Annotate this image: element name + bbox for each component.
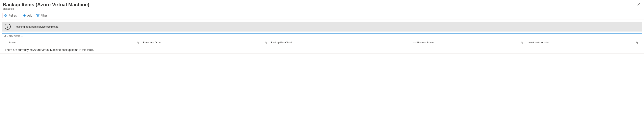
filter-button[interactable]: Filter (35, 13, 48, 18)
column-rg-label: Resource Group (143, 41, 162, 44)
sort-icon[interactable] (520, 41, 527, 44)
sort-icon[interactable] (136, 41, 143, 44)
column-last-status[interactable]: Last Backup Status (412, 41, 527, 44)
svg-marker-4 (36, 14, 39, 17)
column-latest-label: Latest restore point (527, 41, 549, 44)
column-pre-check[interactable]: Backup Pre-Check (271, 41, 412, 44)
svg-line-6 (6, 36, 6, 37)
funnel-icon (36, 14, 40, 17)
filter-items-input[interactable] (8, 34, 640, 37)
add-button[interactable]: Add (21, 13, 34, 18)
info-message: Fetching data from service completed. (15, 25, 59, 28)
filter-label: Filter (41, 14, 47, 17)
column-last-label: Last Backup Status (412, 41, 434, 44)
add-label: Add (27, 14, 32, 17)
sort-icon[interactable] (636, 41, 642, 44)
column-latest-point[interactable]: Latest restore point (527, 41, 642, 44)
info-icon: i (5, 24, 11, 30)
page-title: Backup Items (Azure Virtual Machine) (3, 2, 89, 8)
column-name-label: Name (9, 41, 16, 44)
column-precheck-label: Backup Pre-Check (271, 41, 293, 44)
refresh-button[interactable]: Refresh (2, 13, 20, 18)
refresh-label: Refresh (8, 14, 18, 17)
close-button[interactable] (637, 2, 640, 6)
command-bar: Refresh Add Filter (0, 12, 644, 20)
info-banner: i Fetching data from service completed. (2, 22, 642, 32)
refresh-icon (4, 14, 7, 17)
search-icon (4, 34, 6, 37)
backup-items-panel: Backup Items (Azure Virtual Machine) ···… (0, 0, 644, 55)
column-resource-group[interactable]: Resource Group (143, 41, 271, 44)
more-button[interactable]: ··· (91, 2, 98, 7)
plus-icon (23, 14, 26, 17)
sort-icon[interactable] (264, 41, 271, 44)
page-subtitle: afsbackup (0, 8, 644, 12)
empty-state-message: There are currently no Azure Virtual Mac… (0, 46, 644, 54)
svg-point-5 (4, 35, 6, 36)
column-name[interactable]: Name (2, 41, 143, 44)
table-header: Name Resource Group Backup Pre-Check Las… (0, 38, 644, 46)
filter-items-wrap[interactable] (2, 34, 642, 38)
